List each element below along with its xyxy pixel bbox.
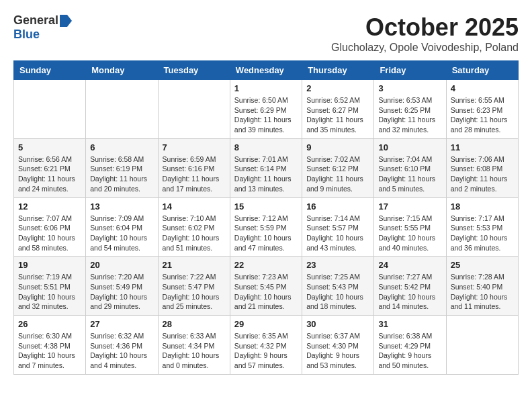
- calendar-cell: 9Sunrise: 7:02 AM Sunset: 6:12 PM Daylig…: [302, 138, 374, 197]
- logo-blue: Blue: [13, 28, 40, 41]
- day-info: Sunrise: 6:52 AM Sunset: 6:27 PM Dayligh…: [306, 95, 369, 135]
- calendar-header-wednesday: Wednesday: [230, 61, 302, 80]
- calendar-cell: 30Sunrise: 6:37 AM Sunset: 4:30 PM Dayli…: [302, 316, 374, 375]
- calendar-cell: 23Sunrise: 7:25 AM Sunset: 5:43 PM Dayli…: [302, 257, 374, 316]
- day-number: 26: [18, 319, 81, 329]
- day-info: Sunrise: 7:19 AM Sunset: 5:51 PM Dayligh…: [18, 272, 81, 312]
- calendar-header-sunday: Sunday: [14, 61, 86, 80]
- day-number: 16: [306, 201, 369, 212]
- day-number: 5: [18, 142, 81, 152]
- day-info: Sunrise: 7:14 AM Sunset: 5:57 PM Dayligh…: [306, 214, 369, 253]
- calendar-week-3: 12Sunrise: 7:07 AM Sunset: 6:06 PM Dayli…: [14, 197, 519, 257]
- day-number: 12: [18, 201, 81, 212]
- calendar-cell: 7Sunrise: 6:59 AM Sunset: 6:16 PM Daylig…: [158, 138, 230, 197]
- calendar-cell: 5Sunrise: 6:56 AM Sunset: 6:21 PM Daylig…: [14, 138, 86, 197]
- calendar-cell: 11Sunrise: 7:06 AM Sunset: 6:08 PM Dayli…: [446, 138, 518, 197]
- calendar-header-friday: Friday: [374, 61, 446, 80]
- day-number: 20: [90, 260, 153, 270]
- header: General Blue October 2025 Glucholazy, Op…: [13, 13, 519, 54]
- calendar-cell: 31Sunrise: 6:38 AM Sunset: 4:29 PM Dayli…: [374, 316, 446, 375]
- day-info: Sunrise: 6:33 AM Sunset: 4:34 PM Dayligh…: [163, 331, 226, 371]
- day-info: Sunrise: 6:53 AM Sunset: 6:25 PM Dayligh…: [378, 95, 441, 135]
- day-number: 30: [306, 319, 369, 329]
- day-info: Sunrise: 6:59 AM Sunset: 6:16 PM Dayligh…: [163, 154, 226, 194]
- calendar-cell: 17Sunrise: 7:15 AM Sunset: 5:55 PM Dayli…: [374, 197, 446, 257]
- calendar-cell: 6Sunrise: 6:58 AM Sunset: 6:19 PM Daylig…: [86, 138, 158, 197]
- day-number: 17: [378, 201, 441, 212]
- calendar-week-2: 5Sunrise: 6:56 AM Sunset: 6:21 PM Daylig…: [14, 138, 519, 197]
- day-number: 21: [163, 260, 226, 270]
- day-info: Sunrise: 7:15 AM Sunset: 5:55 PM Dayligh…: [378, 214, 441, 253]
- day-info: Sunrise: 6:30 AM Sunset: 4:38 PM Dayligh…: [18, 331, 81, 371]
- day-info: Sunrise: 7:28 AM Sunset: 5:40 PM Dayligh…: [451, 272, 514, 312]
- calendar-cell: 4Sunrise: 6:55 AM Sunset: 6:23 PM Daylig…: [446, 80, 518, 139]
- day-number: 19: [18, 260, 81, 270]
- calendar-week-1: 1Sunrise: 6:50 AM Sunset: 6:29 PM Daylig…: [14, 80, 519, 139]
- day-number: 15: [234, 201, 298, 212]
- svg-marker-0: [60, 15, 72, 27]
- day-info: Sunrise: 7:07 AM Sunset: 6:06 PM Dayligh…: [18, 214, 81, 253]
- calendar-header-tuesday: Tuesday: [158, 61, 230, 80]
- day-info: Sunrise: 7:20 AM Sunset: 5:49 PM Dayligh…: [90, 272, 153, 312]
- day-info: Sunrise: 7:25 AM Sunset: 5:43 PM Dayligh…: [306, 272, 369, 312]
- day-info: Sunrise: 7:04 AM Sunset: 6:10 PM Dayligh…: [378, 154, 441, 194]
- day-number: 2: [306, 83, 369, 93]
- day-number: 29: [234, 319, 298, 329]
- calendar-cell: 10Sunrise: 7:04 AM Sunset: 6:10 PM Dayli…: [374, 138, 446, 197]
- calendar-cell: 3Sunrise: 6:53 AM Sunset: 6:25 PM Daylig…: [374, 80, 446, 139]
- calendar-cell: 16Sunrise: 7:14 AM Sunset: 5:57 PM Dayli…: [302, 197, 374, 257]
- calendar-week-4: 19Sunrise: 7:19 AM Sunset: 5:51 PM Dayli…: [14, 257, 519, 316]
- day-info: Sunrise: 6:56 AM Sunset: 6:21 PM Dayligh…: [18, 154, 81, 194]
- calendar-cell: 26Sunrise: 6:30 AM Sunset: 4:38 PM Dayli…: [14, 316, 86, 375]
- day-info: Sunrise: 7:27 AM Sunset: 5:42 PM Dayligh…: [378, 272, 441, 312]
- location: Glucholazy, Opole Voivodeship, Poland: [331, 42, 519, 54]
- day-info: Sunrise: 7:23 AM Sunset: 5:45 PM Dayligh…: [234, 272, 298, 312]
- day-number: 9: [306, 142, 369, 152]
- calendar-cell: [14, 80, 86, 139]
- day-info: Sunrise: 6:58 AM Sunset: 6:19 PM Dayligh…: [90, 154, 153, 194]
- calendar-cell: [446, 316, 518, 375]
- title-block: October 2025 Glucholazy, Opole Voivodesh…: [331, 13, 519, 54]
- day-number: 1: [234, 83, 298, 93]
- day-number: 13: [90, 201, 153, 212]
- calendar-header-thursday: Thursday: [302, 61, 374, 80]
- calendar-cell: 15Sunrise: 7:12 AM Sunset: 5:59 PM Dayli…: [230, 197, 302, 257]
- day-number: 27: [90, 319, 153, 329]
- calendar-body: 1Sunrise: 6:50 AM Sunset: 6:29 PM Daylig…: [14, 80, 519, 375]
- month-title: October 2025: [331, 13, 519, 42]
- day-number: 24: [378, 260, 441, 270]
- calendar-header-saturday: Saturday: [446, 61, 518, 80]
- logo-icon: [60, 15, 72, 27]
- calendar-cell: 25Sunrise: 7:28 AM Sunset: 5:40 PM Dayli…: [446, 257, 518, 316]
- day-number: 22: [234, 260, 298, 270]
- page: General Blue October 2025 Glucholazy, Op…: [0, 0, 532, 381]
- day-info: Sunrise: 6:55 AM Sunset: 6:23 PM Dayligh…: [451, 95, 514, 135]
- day-number: 14: [163, 201, 226, 212]
- day-info: Sunrise: 7:12 AM Sunset: 5:59 PM Dayligh…: [234, 214, 298, 253]
- calendar-cell: 8Sunrise: 7:01 AM Sunset: 6:14 PM Daylig…: [230, 138, 302, 197]
- calendar-cell: 28Sunrise: 6:33 AM Sunset: 4:34 PM Dayli…: [158, 316, 230, 375]
- calendar-cell: 24Sunrise: 7:27 AM Sunset: 5:42 PM Dayli…: [374, 257, 446, 316]
- calendar-cell: 27Sunrise: 6:32 AM Sunset: 4:36 PM Dayli…: [86, 316, 158, 375]
- day-info: Sunrise: 6:37 AM Sunset: 4:30 PM Dayligh…: [306, 331, 369, 371]
- day-number: 18: [451, 201, 514, 212]
- calendar-cell: 22Sunrise: 7:23 AM Sunset: 5:45 PM Dayli…: [230, 257, 302, 316]
- day-number: 7: [163, 142, 226, 152]
- logo-general: General: [13, 13, 58, 28]
- calendar-cell: 19Sunrise: 7:19 AM Sunset: 5:51 PM Dayli…: [14, 257, 86, 316]
- calendar-cell: 12Sunrise: 7:07 AM Sunset: 6:06 PM Dayli…: [14, 197, 86, 257]
- calendar-cell: 18Sunrise: 7:17 AM Sunset: 5:53 PM Dayli…: [446, 197, 518, 257]
- day-number: 11: [451, 142, 514, 152]
- day-info: Sunrise: 6:32 AM Sunset: 4:36 PM Dayligh…: [90, 331, 153, 371]
- day-number: 10: [378, 142, 441, 152]
- calendar-cell: 29Sunrise: 6:35 AM Sunset: 4:32 PM Dayli…: [230, 316, 302, 375]
- day-number: 23: [306, 260, 369, 270]
- calendar-cell: 13Sunrise: 7:09 AM Sunset: 6:04 PM Dayli…: [86, 197, 158, 257]
- calendar-cell: 14Sunrise: 7:10 AM Sunset: 6:02 PM Dayli…: [158, 197, 230, 257]
- day-number: 6: [90, 142, 153, 152]
- day-info: Sunrise: 6:38 AM Sunset: 4:29 PM Dayligh…: [378, 331, 441, 371]
- calendar-cell: 20Sunrise: 7:20 AM Sunset: 5:49 PM Dayli…: [86, 257, 158, 316]
- day-info: Sunrise: 7:01 AM Sunset: 6:14 PM Dayligh…: [234, 154, 298, 194]
- calendar-cell: 21Sunrise: 7:22 AM Sunset: 5:47 PM Dayli…: [158, 257, 230, 316]
- calendar-header-monday: Monday: [86, 61, 158, 80]
